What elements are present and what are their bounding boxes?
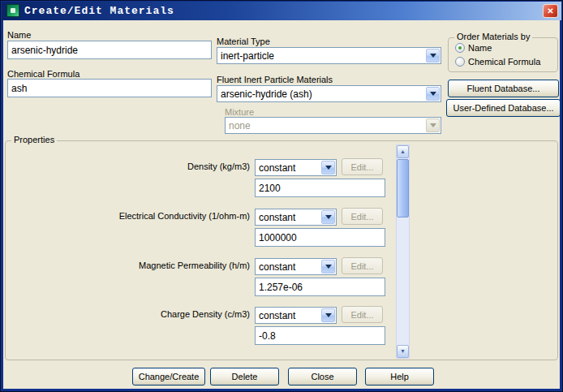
- chevron-down-icon: [325, 215, 332, 219]
- electrical-conductivity-method-combo[interactable]: constant: [255, 209, 337, 226]
- fluent-database-button[interactable]: Fluent Database...: [448, 80, 559, 97]
- chevron-down-icon: [325, 166, 332, 170]
- density-value-input[interactable]: [255, 179, 385, 197]
- property-label-magnetic-permeability: Magnetic Permeability (h/m): [9, 261, 250, 270]
- change-create-button[interactable]: Change/Create: [132, 368, 205, 386]
- scroll-up-icon[interactable]: ▲: [397, 145, 409, 158]
- order-materials-groupbox: Order Materials by Name Chemical Formula: [448, 37, 558, 72]
- name-input[interactable]: [7, 41, 212, 59]
- magnetic-permeability-method-combo[interactable]: constant: [255, 258, 337, 275]
- mixture-combo: none: [225, 117, 441, 134]
- charge-density-method-combo[interactable]: constant: [255, 307, 337, 324]
- chevron-down-icon: [325, 313, 332, 317]
- scroll-down-icon[interactable]: ▼: [397, 345, 409, 358]
- electrical-conductivity-method-value: constant: [259, 212, 295, 223]
- app-icon: [6, 4, 19, 17]
- user-defined-database-button[interactable]: User-Defined Database...: [446, 99, 561, 117]
- order-materials-title: Order Materials by: [454, 32, 532, 41]
- magnetic-permeability-value-input[interactable]: [255, 278, 385, 296]
- chevron-down-icon: [430, 54, 436, 58]
- material-type-combo[interactable]: inert-particle: [217, 47, 441, 64]
- charge-density-edit-button[interactable]: Edit...: [342, 306, 383, 323]
- dropdown-button[interactable]: [321, 161, 335, 174]
- chevron-down-icon: [325, 265, 332, 269]
- charge-density-value-input[interactable]: [255, 326, 385, 345]
- fluent-materials-label: Fluent Inert Particle Materials: [217, 75, 333, 84]
- create-edit-materials-dialog: Create/Edit Materials ✕ Name Material Ty…: [0, 0, 563, 392]
- mixture-value: none: [229, 120, 251, 131]
- window-title: Create/Edit Materials: [24, 5, 174, 17]
- scrollbar-thumb[interactable]: [397, 159, 409, 218]
- magnetic-permeability-edit-button[interactable]: Edit...: [342, 257, 383, 274]
- magnetic-permeability-method-value: constant: [259, 261, 295, 273]
- radio-unselected-icon[interactable]: [455, 57, 465, 67]
- property-label-charge-density: Charge Density (c/m3): [9, 309, 250, 319]
- dropdown-button[interactable]: [321, 260, 335, 274]
- mixture-label: Mixture: [225, 107, 254, 117]
- radio-selected-icon[interactable]: [455, 43, 465, 53]
- charge-density-method-value: constant: [259, 310, 295, 321]
- help-button[interactable]: Help: [365, 368, 434, 386]
- dropdown-button: [426, 118, 440, 132]
- density-method-combo[interactable]: constant: [255, 159, 337, 176]
- order-by-name-option[interactable]: Name: [455, 42, 492, 54]
- delete-button[interactable]: Delete: [210, 368, 279, 386]
- chemical-formula-label: Chemical Formula: [7, 69, 80, 79]
- fluent-materials-value: arsenic-hydride (ash): [221, 88, 312, 100]
- material-type-value: inert-particle: [221, 50, 274, 62]
- property-label-density: Density (kg/m3): [9, 162, 250, 171]
- electrical-conductivity-edit-button[interactable]: Edit...: [342, 208, 383, 225]
- electrical-conductivity-value-input[interactable]: [255, 228, 385, 247]
- chevron-down-icon: [430, 123, 436, 127]
- properties-title: Properties: [11, 135, 57, 144]
- chevron-down-icon: [430, 92, 436, 96]
- density-edit-button[interactable]: Edit...: [342, 158, 383, 175]
- properties-scrollbar[interactable]: ▲ ▼: [396, 144, 410, 359]
- dropdown-button[interactable]: [321, 210, 335, 224]
- order-by-chemical-formula-option[interactable]: Chemical Formula: [455, 56, 540, 67]
- dropdown-button[interactable]: [426, 87, 440, 101]
- radio-label-name: Name: [468, 43, 492, 53]
- density-method-value: constant: [259, 162, 295, 174]
- titlebar[interactable]: Create/Edit Materials ✕: [2, 2, 561, 20]
- dropdown-button[interactable]: [426, 49, 440, 62]
- fluent-materials-combo[interactable]: arsenic-hydride (ash): [217, 85, 441, 102]
- name-label: Name: [7, 30, 31, 40]
- property-label-electrical-conductivity: Electrical Conductivity (1/ohm-m): [9, 211, 250, 221]
- close-icon[interactable]: ✕: [543, 4, 558, 18]
- close-button[interactable]: Close: [288, 368, 357, 386]
- radio-label-chemical-formula: Chemical Formula: [468, 57, 540, 67]
- chemical-formula-input[interactable]: [7, 79, 212, 97]
- dropdown-button[interactable]: [321, 308, 335, 322]
- material-type-label: Material Type: [217, 37, 270, 46]
